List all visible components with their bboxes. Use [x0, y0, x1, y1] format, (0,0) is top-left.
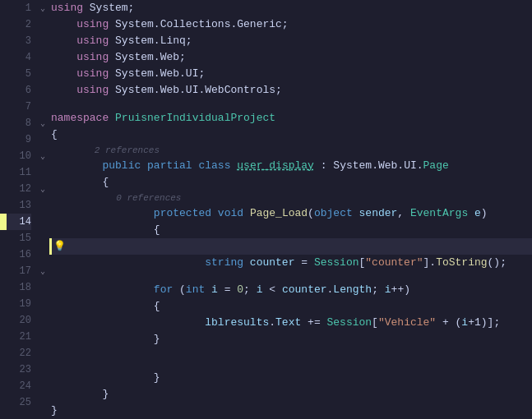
token-punct: ;: [372, 282, 385, 298]
collapse-cell-18: [36, 279, 49, 296]
collapse-cell-11: [36, 164, 49, 181]
code-line-20[interactable]: }: [49, 331, 532, 348]
indicator-cell-21: [0, 329, 7, 345]
code-line-14[interactable]: 💡: [49, 238, 532, 255]
code-line-11[interactable]: {: [49, 174, 532, 191]
token-kw: protected: [154, 205, 211, 222]
token-punct: System.Web;: [109, 49, 186, 66]
line-number-20: 20: [7, 312, 31, 329]
collapse-gutter[interactable]: ⌄⌄⌄⌄⌄: [36, 0, 49, 419]
line-numbers: 1234567891011121314151617181920212223242…: [7, 0, 36, 419]
code-line-23[interactable]: }: [49, 370, 532, 386]
indicator-cell-9: [0, 131, 7, 148]
line-number-14: 14: [7, 214, 31, 230]
code-line-5[interactable]: using System.Web.UI;: [49, 66, 532, 82]
line-number-18: 18: [7, 279, 31, 296]
code-line-17[interactable]: for (int i = 0; i < counter.Length; i++): [49, 282, 532, 298]
code-line-13[interactable]: {: [49, 222, 532, 238]
indicator-cell-15: [0, 230, 7, 246]
token-punct: <: [263, 282, 282, 298]
token-prop: Length: [333, 282, 372, 298]
token-cls: PruisnerIndividualProject: [115, 110, 275, 127]
ref-hint-line-12: 0 references: [49, 191, 532, 205]
code-line-25[interactable]: }: [49, 403, 532, 419]
collapse-cell-13: [36, 197, 49, 214]
token-punct: +=: [301, 315, 326, 331]
token-kw: int: [186, 282, 205, 298]
line-number-15: 15: [7, 230, 31, 246]
token-method: Page_Load: [250, 205, 308, 222]
code-line-3[interactable]: using System.Linq;: [49, 33, 532, 49]
line-number-4: 4: [7, 49, 31, 66]
token-kw: object: [314, 205, 353, 222]
indicator-cell-23: [0, 361, 7, 378]
code-line-7[interactable]: [49, 99, 532, 110]
code-line-10[interactable]: public partial class user_display : Syst…: [49, 158, 532, 174]
indicator-cell-10: [0, 148, 7, 164]
collapse-cell-15: [36, 230, 49, 246]
token-cls: Session: [314, 255, 359, 271]
token-cls: Session: [327, 315, 372, 331]
indicator-cell-22: [0, 345, 7, 361]
code-area[interactable]: using System; using System.Collections.G…: [49, 0, 532, 419]
token-punct: }: [102, 386, 109, 403]
collapse-cell-2: [36, 16, 49, 33]
code-line-18[interactable]: {: [49, 298, 532, 315]
code-line-1[interactable]: using System;: [49, 0, 532, 16]
line-number-24: 24: [7, 378, 31, 394]
indent-space: [51, 282, 154, 298]
line-number-21: 21: [7, 329, 31, 345]
indicator-cell-16: [0, 246, 7, 263]
collapse-cell-25: [36, 394, 49, 411]
token-punct: (: [308, 205, 314, 222]
code-line-6[interactable]: using System.Web.UI.WebControls;: [49, 82, 532, 99]
code-line-2[interactable]: using System.Collections.Generic;: [49, 16, 532, 33]
token-punct: ].: [423, 255, 437, 271]
indent-space: [51, 386, 102, 403]
token-kw2: namespace: [51, 110, 109, 127]
indent-space: [51, 66, 76, 82]
code-editor[interactable]: 1234567891011121314151617181920212223242…: [7, 0, 532, 419]
token-punct: {: [51, 127, 58, 143]
indent-space: [51, 370, 154, 386]
collapse-cell-12[interactable]: ⌄: [36, 181, 49, 197]
collapse-cell-17[interactable]: ⌄: [36, 263, 49, 279]
indent-space: [51, 298, 154, 315]
token-kw: void: [218, 205, 243, 222]
collapse-cell-1[interactable]: ⌄: [36, 0, 49, 16]
collapse-cell-7: [36, 99, 49, 115]
line-number-5: 5: [7, 66, 31, 82]
token-cls: Page: [423, 158, 449, 174]
token-kw: public: [102, 158, 141, 174]
indent-space: [51, 315, 205, 331]
token-punct: System.Web.UI.WebControls;: [109, 82, 282, 99]
token-kw: partial: [147, 158, 192, 174]
token-kw2: using: [76, 33, 109, 49]
code-line-9[interactable]: {: [49, 127, 532, 143]
token-punct: .: [269, 315, 275, 331]
code-line-15[interactable]: string counter = Session["counter"].ToSt…: [49, 255, 532, 271]
indicator-cell-11: [0, 164, 7, 181]
code-line-16[interactable]: [49, 271, 532, 283]
token-str: "Vehicle": [378, 315, 436, 331]
token-kw: class: [198, 158, 230, 174]
collapse-cell-6: [36, 82, 49, 99]
code-line-19[interactable]: lblresults.Text += Session["Vehicle" + (…: [49, 315, 532, 331]
token-punct: .: [327, 282, 334, 298]
code-line-8[interactable]: namespace PruisnerIndividualProject: [49, 110, 532, 127]
token-param: i: [257, 282, 263, 298]
code-line-22[interactable]: [49, 359, 532, 371]
code-line-24[interactable]: }: [49, 386, 532, 403]
indent-space: [51, 174, 102, 191]
token-punct: [468, 205, 474, 222]
collapse-cell-10[interactable]: ⌄: [36, 148, 49, 164]
code-line-12[interactable]: protected void Page_Load(object sender, …: [49, 205, 532, 222]
token-punct: System.Web.UI;: [109, 66, 205, 82]
indicator-cell-8: [0, 115, 7, 131]
code-line-21[interactable]: [49, 348, 532, 359]
lightbulb-icon[interactable]: 💡: [53, 238, 66, 255]
indent-space: [51, 82, 76, 99]
token-punct: ();: [488, 255, 507, 271]
code-line-4[interactable]: using System.Web;: [49, 49, 532, 66]
collapse-cell-8[interactable]: ⌄: [36, 115, 49, 131]
